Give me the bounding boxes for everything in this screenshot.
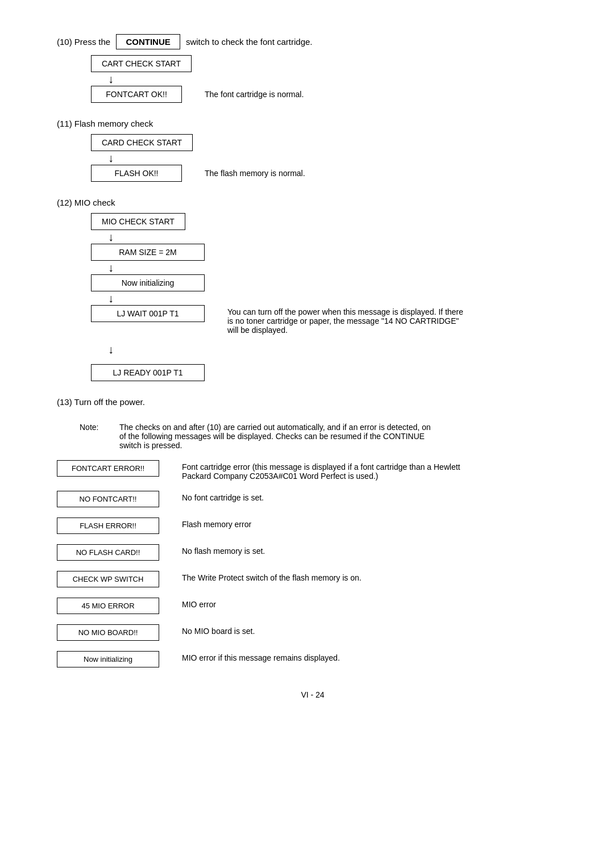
cart-check-row: CART CHECK START — [91, 55, 192, 72]
arrow-down-5: ↓ — [108, 291, 114, 305]
card-check-start-box: CARD CHECK START — [91, 134, 193, 151]
cart-check-start-box: CART CHECK START — [91, 55, 192, 72]
error-desc-2: Flash memory error — [182, 518, 251, 529]
step-10: (10) Press the CONTINUE switch to check … — [57, 34, 569, 103]
step-10-text: (10) Press the — [57, 37, 110, 47]
error-desc-6: No MIO board is set. — [182, 624, 255, 636]
card-check-row: CARD CHECK START — [91, 134, 193, 151]
ram-size-box: RAM SIZE = 2M — [91, 244, 205, 261]
error-box-4: CHECK WP SWITCH — [57, 571, 159, 587]
arrow-down-4: ↓ — [108, 261, 114, 274]
arrow-down-6: ↓ — [108, 343, 114, 356]
step-11-flow: CARD CHECK START ↓ FLASH OK!! The flash … — [91, 134, 569, 182]
error-box-6: NO MIO BOARD!! — [57, 624, 159, 641]
page-number: VI - 24 — [57, 690, 569, 699]
arrow-down-1: ↓ — [108, 72, 114, 86]
fontcart-ok-row: FONTCART OK!! The font cartridge is norm… — [91, 86, 304, 103]
error-row: FLASH ERROR!!Flash memory error — [57, 518, 569, 534]
error-row: NO MIO BOARD!!No MIO board is set. — [57, 624, 569, 641]
error-box-0: FONTCART ERROR!! — [57, 460, 159, 477]
error-desc-3: No flash memory is set. — [182, 544, 265, 556]
note-label: Note: — [80, 423, 119, 450]
error-box-3: NO FLASH CARD!! — [57, 544, 159, 561]
now-initializing-box: Now initializing — [91, 274, 205, 291]
error-row: FONTCART ERROR!!Font cartridge error (th… — [57, 460, 569, 481]
step-10-label: (10) Press the CONTINUE switch to check … — [57, 34, 569, 49]
lj-ready-row: LJ READY 001P T1 — [91, 364, 205, 381]
lj-ready-box: LJ READY 001P T1 — [91, 364, 205, 381]
error-row: NO FONTCART!!No font cartridge is set. — [57, 491, 569, 507]
error-desc-7: MIO error if this message remains displa… — [182, 651, 340, 662]
lj-wait-row: LJ WAIT 001P T1 You can turn off the pow… — [91, 305, 466, 335]
flash-desc: The flash memory is normal. — [205, 169, 305, 178]
step-12-label: (12) MIO check — [57, 198, 569, 207]
now-initializing-row: Now initializing — [91, 274, 205, 291]
step-10-text2: switch to check the font cartridge. — [186, 37, 313, 47]
fontcart-ok-box: FONTCART OK!! — [91, 86, 182, 103]
error-box-2: FLASH ERROR!! — [57, 518, 159, 534]
step-12: (12) MIO check MIO CHECK START ↓ RAM SIZ… — [57, 198, 569, 381]
error-desc-5: MIO error — [182, 598, 216, 609]
error-row: NO FLASH CARD!!No flash memory is set. — [57, 544, 569, 561]
flash-ok-row: FLASH OK!! The flash memory is normal. — [91, 165, 305, 182]
arrow-down-3: ↓ — [108, 230, 114, 244]
continue-button[interactable]: CONTINUE — [116, 34, 180, 49]
error-box-5: 45 MIO ERROR — [57, 598, 159, 614]
arrow-down-2: ↓ — [108, 151, 114, 165]
error-row: CHECK WP SWITCHThe Write Protect switch … — [57, 571, 569, 587]
note-text: The checks on and after (10) are carried… — [119, 423, 438, 450]
error-desc-4: The Write Protect switch of the flash me… — [182, 571, 362, 582]
lj-wait-box: LJ WAIT 001P T1 — [91, 305, 205, 322]
error-row: 45 MIO ERRORMIO error — [57, 598, 569, 614]
note-block: Note: The checks on and after (10) are c… — [80, 423, 569, 450]
error-desc-1: No font cartridge is set. — [182, 491, 264, 502]
mio-check-row: MIO CHECK START — [91, 213, 185, 230]
error-table: FONTCART ERROR!!Font cartridge error (th… — [57, 460, 569, 667]
error-row: Now initializingMIO error if this messag… — [57, 651, 569, 667]
mio-check-start-box: MIO CHECK START — [91, 213, 185, 230]
flash-ok-box: FLASH OK!! — [91, 165, 182, 182]
ram-size-row: RAM SIZE = 2M — [91, 244, 205, 261]
fontcart-desc: The font cartridge is normal. — [205, 90, 304, 99]
error-desc-0: Font cartridge error (this message is di… — [182, 460, 466, 481]
error-box-1: NO FONTCART!! — [57, 491, 159, 507]
step-10-flow: CART CHECK START ↓ FONTCART OK!! The fon… — [91, 55, 569, 103]
error-box-7: Now initializing — [57, 651, 159, 667]
step-13-label: (13) Turn off the power. — [57, 397, 569, 407]
step-11-label: (11) Flash memory check — [57, 119, 569, 128]
step-11: (11) Flash memory check CARD CHECK START… — [57, 119, 569, 182]
step-12-flow: MIO CHECK START ↓ RAM SIZE = 2M ↓ Now in… — [91, 213, 569, 381]
lj-wait-desc: You can turn off the power when this mes… — [227, 305, 466, 335]
step-13: (13) Turn off the power. — [57, 397, 569, 407]
